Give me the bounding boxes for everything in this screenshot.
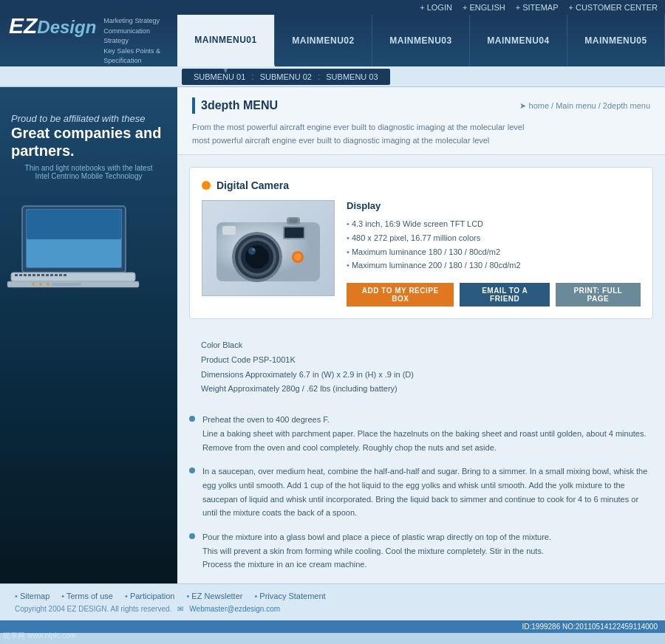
svg-rect-10 bbox=[37, 274, 40, 276]
main-layout: Proud to be affiliated with these Great … bbox=[0, 87, 665, 583]
display-title: Display bbox=[347, 200, 641, 211]
page-title-bar bbox=[192, 97, 195, 114]
mainmenu-item-2[interactable]: MAINMENU02 bbox=[275, 15, 372, 66]
footer-privacy-link[interactable]: Privacy Statement bbox=[254, 592, 325, 600]
svg-rect-7 bbox=[24, 274, 27, 276]
laptop-illustration bbox=[0, 199, 155, 317]
product-body: Display 4.3 inch, 16:9 Wide screen TFT L… bbox=[202, 200, 641, 306]
header: EZDesign Marketing Strategy Communicatio… bbox=[0, 15, 665, 66]
product-image bbox=[202, 200, 335, 296]
mainmenu-item-1[interactable]: MAINMENU01 bbox=[177, 15, 275, 66]
svg-rect-26 bbox=[222, 226, 236, 235]
svg-rect-15 bbox=[59, 274, 62, 276]
orange-dot bbox=[202, 181, 211, 190]
footer-newsletter-link[interactable]: EZ Newsletter bbox=[186, 592, 242, 600]
svg-rect-16 bbox=[64, 274, 66, 276]
svg-rect-13 bbox=[50, 274, 53, 276]
sidebar-proud: Proud to be affiliated with these bbox=[11, 113, 166, 124]
email-icon: ✉ bbox=[177, 605, 183, 613]
page-header-row: 3depth MENU ➤ home / Main menu / 2depth … bbox=[192, 97, 650, 114]
submenu-item-2[interactable]: SUBMENU 02 bbox=[257, 72, 315, 81]
main-menu: MAINMENU01 MAINMENU02 MAINMENU03 MAINMEN… bbox=[177, 15, 665, 66]
footer-bottom: Copyright 2004 EZ DESIGN. All rights res… bbox=[15, 605, 650, 613]
submenu-sep-1: : bbox=[251, 72, 253, 82]
spec-item: 480 x 272 pixel, 16.77 million colors bbox=[347, 231, 641, 245]
bullet-dot bbox=[189, 467, 195, 473]
product-specs: 4.3 inch, 16:9 Wide screen TFT LCD 480 x… bbox=[347, 217, 641, 273]
footer-participation-link[interactable]: Participation bbox=[125, 592, 174, 600]
login-link[interactable]: + LOGIN bbox=[420, 3, 452, 12]
breadcrumb: ➤ home / Main menu / 2depth menu bbox=[519, 101, 650, 111]
bullet-text-1: Preheat the oven to 400 degrees F. Line … bbox=[202, 413, 653, 454]
footer-links: Sitemap Terms of use Participation EZ Ne… bbox=[15, 592, 650, 600]
footer-terms-link[interactable]: Terms of use bbox=[61, 592, 113, 600]
email-friend-button[interactable]: EMAIL TO A FRIEND bbox=[460, 283, 549, 306]
english-link[interactable]: + ENGLISH bbox=[463, 3, 505, 12]
camera-svg bbox=[209, 204, 327, 292]
svg-rect-6 bbox=[19, 274, 22, 276]
product-info: Display 4.3 inch, 16:9 Wide screen TFT L… bbox=[347, 200, 641, 306]
product-actions: ADD TO MY RECIPE BOX EMAIL TO A FRIEND P… bbox=[347, 283, 641, 306]
spec-item: Maximum luminance 180 / 130 / 80cd/m2 bbox=[347, 245, 641, 259]
footer-sitemap-link[interactable]: Sitemap bbox=[15, 592, 50, 600]
svg-rect-14 bbox=[55, 274, 58, 276]
content-bullets: Preheat the oven to 400 degrees F. Line … bbox=[189, 413, 653, 572]
svg-rect-37 bbox=[289, 219, 298, 223]
bullet-section-3: Pour the mixture into a glass bowl and p… bbox=[189, 530, 653, 572]
sidebar: Proud to be affiliated with these Great … bbox=[0, 87, 177, 583]
product-weight: Weight Approximately 280g / .62 lbs (inc… bbox=[201, 382, 641, 397]
bullet-text-2: In a saucepan, over medium heat, combine… bbox=[202, 465, 653, 520]
sitemap-link[interactable]: + SITEMAP bbox=[516, 3, 559, 12]
mainmenu-item-3[interactable]: MAINMENU03 bbox=[372, 15, 470, 66]
spec-item: 4.3 inch, 16:9 Wide screen TFT LCD bbox=[347, 217, 641, 231]
sidebar-text: Proud to be affiliated with these Great … bbox=[0, 102, 177, 184]
sidebar-great: Great companies and partners. bbox=[11, 124, 166, 160]
footer-id-bar: ID:1999286 NO:20110514122459114000 bbox=[0, 620, 665, 633]
product-title-row: Digital Camera bbox=[202, 179, 641, 191]
svg-point-19 bbox=[32, 283, 35, 286]
footer-copyright: Copyright 2004 EZ DESIGN. All rights res… bbox=[15, 605, 171, 613]
svg-rect-5 bbox=[15, 274, 18, 276]
svg-point-21 bbox=[47, 283, 50, 286]
product-color: Color Black bbox=[201, 338, 641, 353]
sub-menu: SUBMENU 01 : SUBMENU 02 : SUBMENU 03 bbox=[0, 66, 665, 87]
spec-item: Maximum luminance 200 / 180 / 130 / 80cd… bbox=[347, 258, 641, 273]
submenu-item-1[interactable]: SUBMENU 01 bbox=[191, 72, 248, 81]
bullet-dot bbox=[189, 533, 195, 539]
customer-center-link[interactable]: + CUSTOMER CENTER bbox=[568, 3, 658, 12]
footer: Sitemap Terms of use Participation EZ Ne… bbox=[0, 583, 665, 620]
svg-point-20 bbox=[39, 283, 42, 286]
mainmenu-item-5[interactable]: MAINMENU05 bbox=[567, 15, 665, 66]
print-button[interactable]: PRINT: FULL PAGE bbox=[556, 283, 641, 306]
svg-rect-4 bbox=[11, 273, 135, 281]
submenu-item-3[interactable]: SUBMENU 03 bbox=[323, 72, 381, 81]
bullet-text-3: Pour the mixture into a glass bowl and p… bbox=[202, 530, 551, 572]
mainmenu-item-4[interactable]: MAINMENU04 bbox=[470, 15, 567, 66]
svg-rect-11 bbox=[41, 274, 44, 276]
svg-rect-25 bbox=[284, 227, 304, 238]
logo: EZDesign Marketing Strategy Communicatio… bbox=[0, 15, 177, 66]
footer-email[interactable]: Webmaster@ezdesign.com bbox=[189, 605, 280, 613]
product-details: Color Black Product Code PSP-1001K Dimen… bbox=[189, 331, 653, 404]
svg-rect-12 bbox=[46, 274, 49, 276]
svg-rect-18 bbox=[52, 283, 81, 286]
product-section: Digital Camera bbox=[189, 167, 653, 319]
page-title-wrap: 3depth MENU bbox=[192, 97, 278, 114]
svg-point-33 bbox=[252, 248, 255, 251]
page-title: 3depth MENU bbox=[201, 99, 278, 112]
add-to-recipe-button[interactable]: ADD TO MY RECIPE BOX bbox=[347, 283, 454, 306]
top-bar: + LOGIN + ENGLISH + SITEMAP + CUSTOMER C… bbox=[0, 0, 665, 15]
sidebar-thin: Thin and light notebooks with the latest… bbox=[11, 164, 166, 180]
product-code: Product Code PSP-1001K bbox=[201, 353, 641, 368]
submenu-sep-2: : bbox=[318, 72, 320, 82]
svg-point-32 bbox=[248, 247, 256, 255]
svg-point-31 bbox=[245, 245, 269, 269]
content-area: 3depth MENU ➤ home / Main menu / 2depth … bbox=[177, 87, 665, 583]
product-title: Digital Camera bbox=[216, 179, 289, 191]
logo-tagline: Marketing Strategy Communication Strateg… bbox=[103, 16, 168, 66]
page-desc: From the most powerful aircraft engine e… bbox=[192, 121, 650, 147]
bullet-section-2: In a saucepan, over medium heat, combine… bbox=[189, 465, 653, 520]
product-dimensions: Dimensions Approximately 6.7 in (W) x 2.… bbox=[201, 368, 641, 383]
svg-rect-9 bbox=[33, 274, 35, 276]
svg-rect-3 bbox=[27, 210, 121, 239]
